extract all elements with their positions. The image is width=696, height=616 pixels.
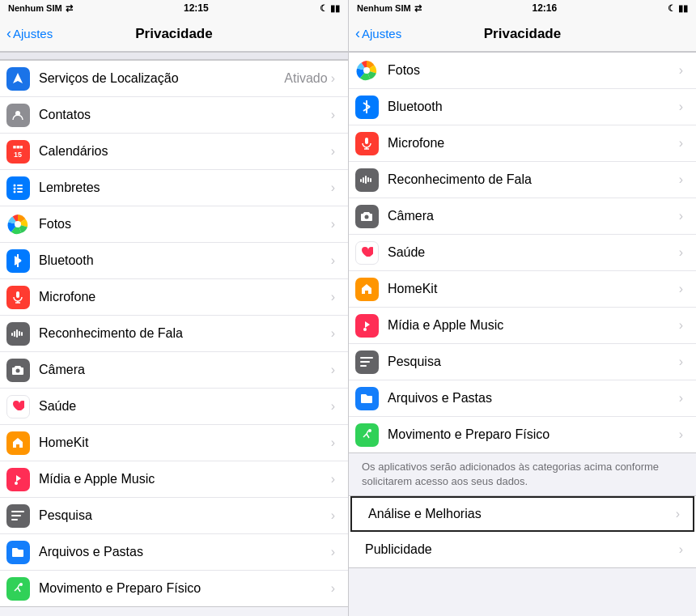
icon-homekit-left xyxy=(0,425,36,461)
chevron-pesquisa-left: › xyxy=(331,508,335,523)
chevron-localizacao: › xyxy=(331,71,335,86)
value-localizacao: Ativado xyxy=(284,71,327,86)
right-scroll-area[interactable]: Fotos › Bluetooth › xyxy=(349,52,696,616)
back-button-left[interactable]: ‹ Ajustes xyxy=(6,27,53,40)
list-item-pesquisa-left[interactable]: Pesquisa › xyxy=(0,498,348,534)
chevron-calendarios: › xyxy=(331,144,335,159)
svg-rect-29 xyxy=(370,178,371,182)
chevron-camera-left: › xyxy=(331,363,335,377)
svg-rect-28 xyxy=(367,177,369,182)
status-bar-left: Nenhum SIM ⇄ 12:15 ☾ ▮▮ xyxy=(0,0,348,16)
svg-rect-27 xyxy=(365,176,367,184)
list-item-camera-right[interactable]: Câmera › xyxy=(349,198,696,235)
list-item-saude-right[interactable]: Saúde › xyxy=(349,235,696,271)
icon-saude-right xyxy=(349,235,384,270)
label-publicidade: Publicidade xyxy=(362,542,679,557)
left-panel: Nenhum SIM ⇄ 12:15 ☾ ▮▮ ‹ Ajustes Privac… xyxy=(0,0,348,616)
svg-point-5 xyxy=(14,191,16,193)
sim-label-right: Nenhum SIM xyxy=(357,3,411,13)
icon-lembretes xyxy=(0,170,36,206)
icon-box-bluetooth-left xyxy=(6,249,30,273)
icon-box-saude-left xyxy=(6,395,30,418)
chevron-microfone-right: › xyxy=(679,136,683,151)
icon-homekit-right xyxy=(349,271,384,307)
list-item-microfone-left[interactable]: Microfone › xyxy=(0,279,348,316)
label-movimento-right: Movimento e Preparo Físico xyxy=(384,427,679,442)
svg-rect-33 xyxy=(360,365,367,367)
nav-bar-right: ‹ Ajustes Privacidade xyxy=(349,16,696,52)
label-saude-left: Saúde xyxy=(36,399,331,414)
label-pesquisa-left: Pesquisa xyxy=(36,508,331,523)
list-item-publicidade[interactable]: Publicidade › xyxy=(349,532,696,567)
list-item-arquivos-left[interactable]: Arquivos e Pastas › xyxy=(0,534,348,571)
icon-box-movimento-left xyxy=(6,577,30,601)
list-item-fotos-left[interactable]: Fotos › xyxy=(0,206,348,243)
icon-camera-left xyxy=(0,352,36,388)
list-item-pesquisa-right[interactable]: Pesquisa › xyxy=(349,344,696,380)
battery-icon-left: ▮▮ xyxy=(330,3,340,14)
list-item-homekit-left[interactable]: HomeKit › xyxy=(0,425,348,461)
list-item-bluetooth-right[interactable]: Bluetooth › xyxy=(349,89,696,125)
icon-pesquisa-right xyxy=(349,344,384,380)
svg-rect-19 xyxy=(11,519,18,520)
back-label-right[interactable]: Ajustes xyxy=(362,27,401,40)
moon-icon-right: ☾ xyxy=(668,3,676,14)
list-item-localizacao[interactable]: Serviços de Localização Ativado › xyxy=(0,61,348,97)
icon-box-camera-right xyxy=(355,205,379,228)
icon-contatos xyxy=(0,97,36,133)
label-reconhecimento-right: Reconhecimento de Fala xyxy=(384,172,679,187)
svg-point-34 xyxy=(368,429,371,432)
chevron-saude-right: › xyxy=(679,245,683,260)
list-item-reconhecimento-right[interactable]: Reconhecimento de Fala › xyxy=(349,162,696,198)
top-highlight-row xyxy=(0,52,348,60)
svg-rect-18 xyxy=(11,515,21,516)
icon-arquivos-left xyxy=(0,534,36,570)
svg-rect-26 xyxy=(363,177,364,183)
label-calendarios: Calendários xyxy=(36,144,331,159)
list-item-calendarios[interactable]: ■■■ 15 Calendários › xyxy=(0,134,348,170)
svg-rect-13 xyxy=(16,329,18,338)
list-item-lembretes[interactable]: Lembretes › xyxy=(0,170,348,206)
list-item-movimento-right[interactable]: Movimento e Preparo Físico › xyxy=(349,417,696,452)
list-item-microfone-right[interactable]: Microfone › xyxy=(349,125,696,162)
list-item-camera-left[interactable]: Câmera › xyxy=(0,352,348,389)
label-bluetooth-left: Bluetooth xyxy=(36,253,331,268)
icon-microfone-right xyxy=(349,125,384,161)
back-label-left[interactable]: Ajustes xyxy=(13,27,53,40)
icon-box-contatos xyxy=(6,104,30,127)
status-right-left: ☾ ▮▮ xyxy=(320,3,340,14)
moon-icon-left: ☾ xyxy=(320,3,328,14)
list-item-movimento-left[interactable]: Movimento e Preparo Físico › xyxy=(0,571,348,606)
icon-box-fotos-left xyxy=(6,213,30,236)
list-item-fotos-right[interactable]: Fotos › xyxy=(349,53,696,89)
icon-box-lembretes xyxy=(6,176,30,200)
label-reconhecimento-left: Reconhecimento de Fala xyxy=(36,326,331,341)
label-contatos: Contatos xyxy=(36,108,331,122)
list-item-bluetooth-left[interactable]: Bluetooth › xyxy=(0,243,348,279)
chevron-homekit-left: › xyxy=(331,435,335,450)
icon-box-calendarios: ■■■ 15 xyxy=(6,140,30,164)
list-item-midia-right[interactable]: Mídia e Apple Music › xyxy=(349,308,696,344)
list-item-homekit-right[interactable]: HomeKit › xyxy=(349,271,696,308)
svg-point-7 xyxy=(15,221,21,227)
chevron-saude-left: › xyxy=(331,399,335,414)
icon-movimento-left xyxy=(0,571,36,606)
list-item-arquivos-right[interactable]: Arquivos e Pastas › xyxy=(349,380,696,417)
list-item-contatos[interactable]: Contatos › xyxy=(0,97,348,134)
list-item-reconhecimento-left[interactable]: Reconhecimento de Fala › xyxy=(0,316,348,352)
svg-rect-12 xyxy=(14,331,15,337)
list-item-saude-left[interactable]: Saúde › xyxy=(0,389,348,425)
chevron-pesquisa-right: › xyxy=(679,355,683,369)
svg-rect-25 xyxy=(360,179,362,182)
left-scroll-area[interactable]: Serviços de Localização Ativado › Contat… xyxy=(0,60,348,616)
label-fotos-left: Fotos xyxy=(36,217,331,232)
back-button-right[interactable]: ‹ Ajustes xyxy=(355,27,401,40)
svg-rect-31 xyxy=(360,357,373,359)
label-arquivos-left: Arquivos e Pastas xyxy=(36,545,331,559)
left-list-section: Serviços de Localização Ativado › Contat… xyxy=(0,60,348,607)
list-item-analise[interactable]: Análise e Melhorias › xyxy=(350,496,694,532)
list-item-midia-left[interactable]: Mídia e Apple Music › xyxy=(0,461,348,498)
icon-midia-left xyxy=(0,461,36,497)
status-bar-right: Nenhum SIM ⇄ 12:16 ☾ ▮▮ xyxy=(349,0,696,16)
icon-localizacao xyxy=(0,61,36,96)
